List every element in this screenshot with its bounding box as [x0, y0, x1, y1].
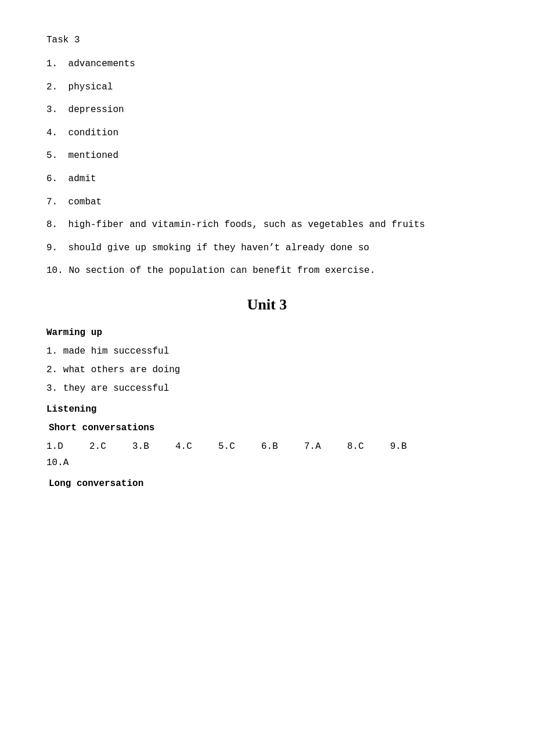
item-text: depression: [68, 105, 124, 115]
answer-10: 10.A: [46, 458, 488, 468]
item-num: 1.: [46, 346, 57, 357]
task3-list: 1. advancements 2. physical 3. depressio…: [46, 57, 488, 279]
item-num: 9.: [46, 241, 63, 256]
item-num: 2.: [46, 365, 57, 375]
item-text: No section of the population can benefit…: [68, 265, 375, 276]
list-item: 3. depression: [46, 103, 488, 118]
item-num: 1.: [46, 57, 63, 72]
answer-3: 3.B: [132, 441, 161, 452]
list-item: 4. condition: [46, 126, 488, 141]
answer-8: 8.C: [347, 441, 376, 452]
item-num: 6.: [46, 172, 63, 187]
answer-6: 6.B: [261, 441, 290, 452]
list-item: 1. made him successful: [46, 346, 488, 357]
item-text: should give up smoking if they haven’t a…: [68, 243, 369, 253]
item-num: 8.: [46, 218, 63, 233]
short-conversations-heading: Short conversations: [46, 423, 488, 433]
answer-9: 9.B: [390, 441, 419, 452]
long-conversation-heading: Long conversation: [46, 478, 488, 489]
list-item: 2. what others are doing: [46, 365, 488, 375]
answer-4: 4.C: [175, 441, 204, 452]
item-text: admit: [68, 174, 96, 184]
list-item: 6. admit: [46, 172, 488, 187]
list-item: 8. high-fiber and vitamin-rich foods, su…: [46, 218, 488, 233]
unit3-title: Unit 3: [46, 296, 488, 314]
warming-up-heading: Warming up: [46, 327, 488, 338]
item-num: 4.: [46, 126, 63, 141]
item-num: 2.: [46, 80, 63, 95]
short-conversation-answers: 1.D 2.C 3.B 4.C 5.C 6.B 7.A 8.C 9.B: [46, 441, 488, 452]
list-item: 3. they are successful: [46, 383, 488, 394]
item-text: mentioned: [68, 150, 118, 161]
answer-2: 2.C: [89, 441, 118, 452]
answer-1: 1.D: [46, 441, 75, 452]
item-text: what others are doing: [63, 365, 181, 375]
item-num: 10.: [46, 264, 63, 279]
item-text: made him successful: [63, 346, 169, 357]
list-item: 9. should give up smoking if they haven’…: [46, 241, 488, 256]
item-text: condition: [68, 128, 118, 138]
answer-7: 7.A: [304, 441, 333, 452]
list-item: 7. combat: [46, 195, 488, 210]
item-text: advancements: [68, 59, 135, 69]
list-item: 10. No section of the population can ben…: [46, 264, 488, 279]
item-text: they are successful: [63, 383, 169, 394]
warming-up-list: 1. made him successful 2. what others ar…: [46, 346, 488, 394]
task3-label: Task 3: [46, 35, 488, 45]
item-num: 3.: [46, 103, 63, 118]
list-item: 1. advancements: [46, 57, 488, 72]
listening-heading: Listening: [46, 404, 488, 415]
item-num: 3.: [46, 383, 57, 394]
list-item: 2. physical: [46, 80, 488, 95]
item-text: high-fiber and vitamin-rich foods, such …: [68, 219, 425, 230]
item-num: 7.: [46, 195, 63, 210]
answer-5: 5.C: [218, 441, 247, 452]
list-item: 5. mentioned: [46, 149, 488, 164]
item-num: 5.: [46, 149, 63, 164]
item-text: combat: [68, 197, 102, 207]
item-text: physical: [68, 82, 113, 92]
